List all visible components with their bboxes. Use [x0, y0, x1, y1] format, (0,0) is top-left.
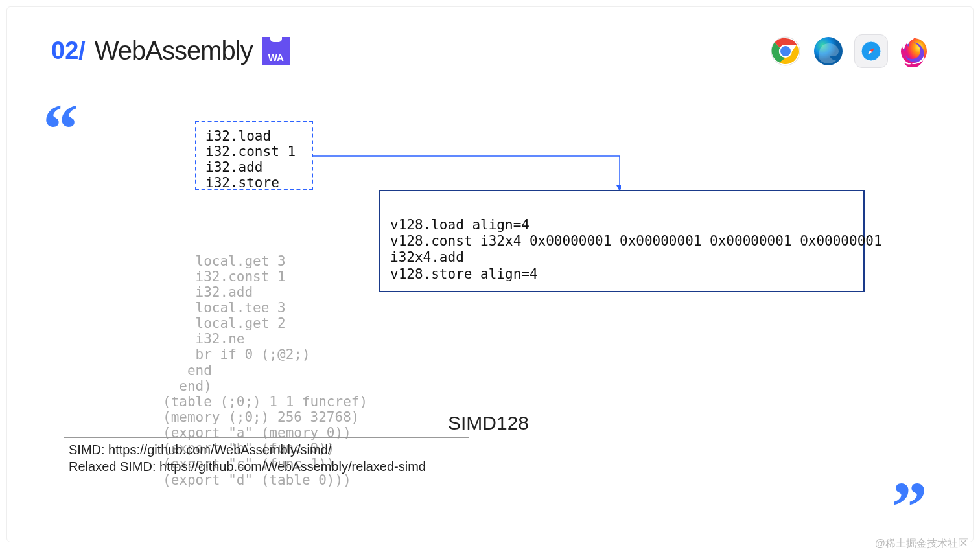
chrome-icon: [769, 34, 802, 68]
highlighted-code-block: i32.load i32.const 1 i32.add i32.store: [195, 121, 313, 190]
divider-line: [64, 437, 469, 438]
safari-icon: [854, 34, 888, 68]
slide-title: WebAssembly: [95, 36, 253, 65]
simd-code-block: v128.load align=4 v128.const i32x4 0x000…: [379, 190, 865, 292]
quote-close-icon: “: [892, 460, 928, 503]
quote-open-icon: “: [43, 108, 78, 150]
watermark: @稀土掘金技术社区: [875, 537, 968, 551]
webassembly-logo-icon: WA: [262, 37, 290, 65]
firefox-icon: [897, 34, 931, 68]
ref-simd: SIMD: https://github.com/WebAssembly/sim…: [69, 441, 426, 458]
browser-icons: [769, 34, 931, 68]
slide-header: 02/ WebAssembly WA: [51, 36, 290, 65]
ref-relaxed-simd: Relaxed SIMD: https://github.com/WebAsse…: [69, 458, 426, 475]
references: SIMD: https://github.com/WebAssembly/sim…: [69, 441, 426, 475]
figure-caption: SIMD128: [448, 412, 529, 434]
section-number: 02/: [51, 37, 86, 65]
slide-frame: 02/ WebAssembly WA “ i32.load i32.const …: [6, 6, 974, 542]
edge-icon: [811, 34, 845, 68]
